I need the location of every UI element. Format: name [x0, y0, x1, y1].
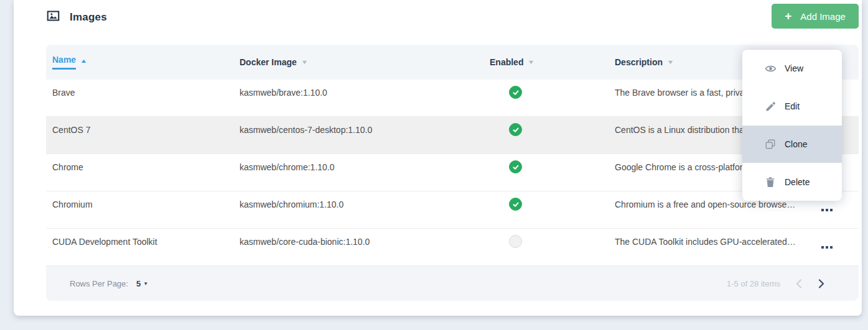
add-image-label: Add Image: [800, 11, 846, 22]
pencil-icon: [764, 101, 777, 112]
menu-item-view[interactable]: View: [742, 50, 842, 88]
page-title: Images: [70, 11, 107, 24]
docker-image-name: kasmweb/centos-7-desktop:1.10.0: [240, 117, 490, 154]
row-actions-menu: View Edit Clone Delete: [742, 50, 842, 201]
image-name: Brave: [46, 80, 240, 116]
table-row[interactable]: CentOS 7 kasmweb/centos-7-desktop:1.10.0…: [46, 117, 859, 154]
menu-item-label: Clone: [785, 139, 808, 149]
table-row[interactable]: Chromium kasmweb/chromium:1.10.0 Chromiu…: [46, 191, 859, 229]
enabled-status-icon: [509, 123, 522, 136]
image-name: CentOS 7: [46, 117, 240, 154]
sort-icon: ▼: [666, 59, 674, 65]
docker-image-name: kasmweb/chromium:1.10.0: [240, 191, 490, 228]
image-icon: [47, 9, 60, 25]
sort-icon: ▼: [528, 59, 535, 65]
trash-icon: [764, 176, 777, 188]
sort-icon: ▼: [301, 59, 308, 65]
table-row[interactable]: Brave kasmweb/brave:1.10.0 The Brave bro…: [46, 80, 859, 117]
image-name: CUDA Development Toolkit: [46, 229, 240, 265]
chevron-right-icon: [818, 278, 825, 289]
docker-image-name: kasmweb/chrome:1.10.0: [240, 154, 490, 191]
column-label: Docker Image: [240, 57, 297, 67]
eye-icon: [764, 63, 777, 75]
table-row[interactable]: Chrome kasmweb/chrome:1.10.0 Google Chro…: [46, 154, 859, 191]
menu-item-label: Edit: [785, 101, 800, 111]
enabled-status-icon: [509, 235, 522, 248]
rows-per-page-select[interactable]: 5 ▼: [136, 279, 148, 288]
images-admin-page: Images + Add Image Name ▲ Docker Image ▼…: [0, 0, 868, 330]
next-page-button[interactable]: [817, 277, 826, 290]
chevron-left-icon: [795, 278, 802, 289]
add-image-button[interactable]: + Add Image: [772, 4, 859, 29]
content-card: Images + Add Image Name ▲ Docker Image ▼…: [14, 0, 862, 316]
pagination-bar: Rows Per Page: 5 ▼ 1-5 of 28 items: [46, 266, 859, 301]
column-header-docker-image[interactable]: Docker Image ▼: [240, 57, 490, 67]
rows-per-page-value: 5: [136, 279, 141, 288]
pagination-range-text: 1-5 of 28 items: [727, 279, 780, 288]
menu-item-delete[interactable]: Delete: [742, 163, 842, 201]
menu-item-label: View: [785, 63, 803, 73]
row-actions-button[interactable]: [818, 205, 836, 215]
page-header: Images: [47, 9, 107, 25]
image-name: Chrome: [46, 154, 240, 191]
plus-icon: +: [785, 10, 791, 22]
clone-icon: [764, 139, 777, 150]
enabled-status-icon: [509, 198, 522, 211]
column-label: Enabled: [490, 57, 523, 67]
docker-image-name: kasmweb/brave:1.10.0: [240, 80, 490, 116]
chevron-down-icon: ▼: [143, 281, 148, 286]
column-label: Name: [52, 55, 76, 70]
enabled-status-icon: [509, 86, 522, 99]
image-description: The CUDA Toolkit includes GPU-accelerate…: [615, 229, 795, 265]
table-row[interactable]: CUDA Development Toolkit kasmweb/core-cu…: [46, 229, 859, 266]
docker-image-name: kasmweb/core-cuda-bionic:1.10.0: [240, 229, 490, 265]
menu-item-label: Delete: [785, 177, 810, 187]
menu-item-edit[interactable]: Edit: [742, 88, 842, 126]
menu-item-clone[interactable]: Clone: [742, 126, 842, 163]
enabled-status-icon: [509, 160, 522, 173]
rows-per-page-label: Rows Per Page:: [70, 279, 128, 288]
column-label: Description: [615, 57, 663, 67]
table-header-row: Name ▲ Docker Image ▼ Enabled ▼ Descript…: [46, 45, 859, 80]
previous-page-button[interactable]: [794, 277, 803, 290]
column-header-enabled[interactable]: Enabled ▼: [490, 57, 615, 67]
sort-asc-icon: ▲: [80, 58, 88, 64]
image-name: Chromium: [46, 191, 240, 228]
column-header-name[interactable]: Name ▲: [46, 55, 240, 70]
row-actions-button[interactable]: [818, 242, 836, 252]
